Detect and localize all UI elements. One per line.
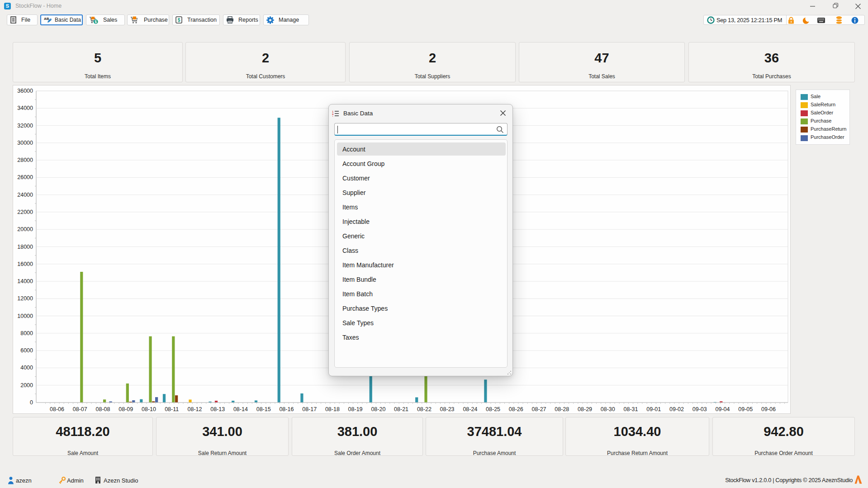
svg-text:32000: 32000 [17, 123, 33, 129]
svg-text:8000: 8000 [20, 330, 33, 336]
svg-text:08-06: 08-06 [50, 406, 64, 412]
svg-text:08-08: 08-08 [96, 406, 110, 412]
svg-text:08-19: 08-19 [348, 406, 363, 412]
svg-text:09-01: 09-01 [646, 406, 661, 412]
svg-text:08-15: 08-15 [256, 406, 271, 412]
svg-text:14000: 14000 [17, 278, 33, 284]
svg-text:0: 0 [30, 399, 33, 406]
svg-text:08-24: 08-24 [463, 406, 477, 412]
svg-text:08-18: 08-18 [325, 406, 340, 412]
svg-text:09-03: 09-03 [693, 406, 707, 412]
svg-text:28000: 28000 [17, 157, 33, 163]
svg-text:09-06: 09-06 [761, 406, 776, 412]
svg-text:4000: 4000 [20, 365, 33, 371]
svg-text:09-02: 09-02 [669, 406, 684, 412]
svg-text:16000: 16000 [17, 261, 33, 267]
svg-text:08-28: 08-28 [555, 406, 569, 412]
svg-text:20000: 20000 [17, 226, 33, 232]
svg-text:i: i [332, 115, 333, 117]
svg-text:08-16: 08-16 [279, 406, 294, 412]
svg-text:08-25: 08-25 [486, 406, 500, 412]
svg-text:24000: 24000 [17, 192, 33, 198]
svg-text:08-17: 08-17 [302, 406, 317, 412]
svg-text:08-30: 08-30 [601, 406, 615, 412]
svg-text:08-14: 08-14 [233, 406, 248, 412]
svg-text:12000: 12000 [17, 295, 33, 302]
svg-text:08-20: 08-20 [371, 406, 385, 412]
svg-text:08-27: 08-27 [532, 406, 546, 412]
svg-text:$: $ [178, 18, 180, 23]
svg-text:08-09: 08-09 [119, 406, 133, 412]
svg-text:18000: 18000 [17, 244, 33, 250]
svg-text:34000: 34000 [17, 105, 33, 111]
svg-text:$: $ [95, 19, 97, 24]
svg-text:36000: 36000 [17, 88, 33, 94]
svg-text:08-21: 08-21 [394, 406, 408, 412]
svg-text:22000: 22000 [17, 209, 33, 215]
svg-text:08-22: 08-22 [417, 406, 432, 412]
svg-text:10000: 10000 [17, 313, 33, 319]
svg-text:26000: 26000 [17, 174, 33, 180]
svg-text:6000: 6000 [20, 347, 33, 354]
svg-text:08-07: 08-07 [73, 406, 87, 412]
svg-text:08-12: 08-12 [188, 406, 202, 412]
svg-text:30000: 30000 [17, 140, 33, 146]
svg-text:2000: 2000 [20, 382, 33, 389]
svg-text:08-31: 08-31 [624, 406, 638, 412]
svg-text:08-13: 08-13 [210, 406, 225, 412]
svg-text:08-29: 08-29 [578, 406, 592, 412]
svg-text:08-10: 08-10 [142, 406, 156, 412]
svg-text:08-23: 08-23 [440, 406, 455, 412]
svg-text:08-11: 08-11 [165, 406, 179, 412]
svg-text:AB: AB [44, 17, 49, 21]
svg-text:08-26: 08-26 [509, 406, 523, 412]
svg-text:09-05: 09-05 [738, 406, 753, 412]
svg-text:09-04: 09-04 [716, 406, 730, 412]
